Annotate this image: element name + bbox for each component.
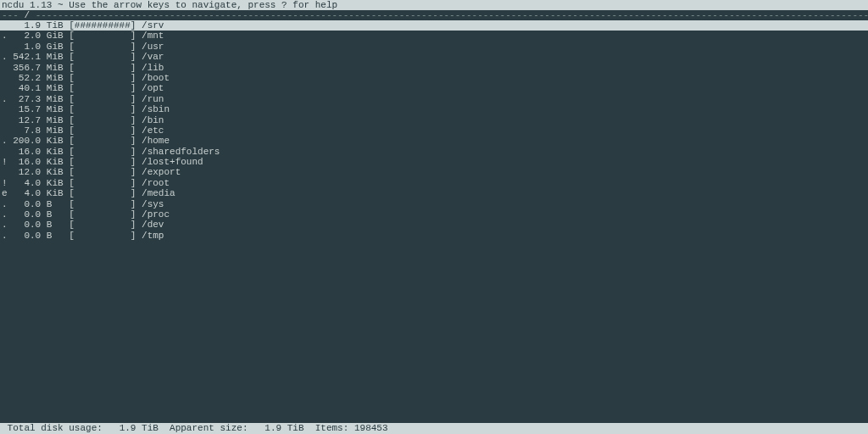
app-header: ncdu 1.13 ~ Use the arrow keys to naviga… xyxy=(0,0,868,10)
list-item[interactable]: 12.7 MiB [ ] /bin xyxy=(0,115,868,125)
app-name: ncdu xyxy=(2,0,24,10)
list-item[interactable]: 16.0 KiB [ ] /sharedfolders xyxy=(0,147,868,157)
list-item[interactable]: 40.1 MiB [ ] /opt xyxy=(0,83,868,93)
file-list[interactable]: 1.9 TiB [##########] /srv. 2.0 GiB [ ] /… xyxy=(0,20,868,241)
total-usage-value: 1.9 TiB xyxy=(120,423,159,433)
help-hint: Use the arrow keys to navigate, press ? … xyxy=(69,0,337,10)
dash-fill: ----------------------------------------… xyxy=(36,10,868,20)
current-path: / xyxy=(24,10,30,20)
list-item[interactable]: 7.8 MiB [ ] /etc xyxy=(0,125,868,136)
list-item[interactable]: . 0.0 B [ ] /proc xyxy=(0,209,868,220)
list-item[interactable]: e 4.0 KiB [ ] /media xyxy=(0,188,868,198)
list-item[interactable]: . 200.0 KiB [ ] /home xyxy=(0,136,868,146)
list-item[interactable]: . 27.3 MiB [ ] /run xyxy=(0,94,868,104)
list-item[interactable]: 356.7 MiB [ ] /lib xyxy=(0,63,868,73)
list-item[interactable]: ! 4.0 KiB [ ] /root xyxy=(0,178,868,188)
total-usage-label: Total disk usage: xyxy=(8,423,103,433)
list-item[interactable]: . 542.1 MiB [ ] /var xyxy=(0,52,868,62)
list-item[interactable]: 12.0 KiB [ ] /export xyxy=(0,167,868,177)
apparent-size-label: Apparent size: xyxy=(170,423,248,433)
list-item[interactable]: 1.0 GiB [ ] /usr xyxy=(0,42,868,52)
dash-prefix: --- xyxy=(2,10,19,20)
list-item[interactable]: . 0.0 B [ ] /sys xyxy=(0,199,868,209)
list-item[interactable]: 1.9 TiB [##########] /srv xyxy=(0,20,868,31)
list-item[interactable]: 52.2 MiB [ ] /boot xyxy=(0,73,868,83)
apparent-size-value: 1.9 TiB xyxy=(264,423,303,433)
status-bar: Total disk usage: 1.9 TiB Apparent size:… xyxy=(0,423,868,434)
list-item[interactable]: . 0.0 B [ ] /tmp xyxy=(0,231,868,241)
breadcrumb: --- / ----------------------------------… xyxy=(0,10,868,20)
items-value: 198453 xyxy=(354,423,388,433)
list-item[interactable]: 15.7 MiB [ ] /sbin xyxy=(0,104,868,114)
list-item[interactable]: ! 16.0 KiB [ ] /lost+found xyxy=(0,157,868,167)
items-label: Items: xyxy=(315,423,349,433)
list-item[interactable]: . 0.0 B [ ] /dev xyxy=(0,220,868,230)
app-version: 1.13 xyxy=(30,0,52,10)
list-item[interactable]: . 2.0 GiB [ ] /mnt xyxy=(0,31,868,41)
